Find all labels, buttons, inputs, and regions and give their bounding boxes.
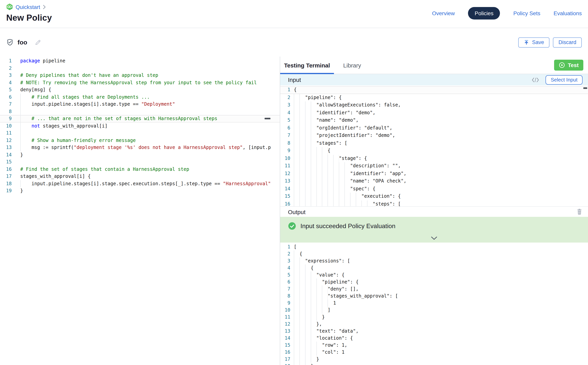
output-section-header: Output	[280, 206, 588, 217]
save-button[interactable]: Save	[519, 37, 550, 47]
toolbar-actions: Save Discard	[519, 37, 582, 47]
clear-output-button[interactable]	[577, 209, 582, 215]
line-number: 8	[280, 293, 290, 300]
discard-button[interactable]: Discard	[553, 37, 582, 47]
testing-terminal-pane: Testing Terminal Library Test Input	[280, 56, 588, 365]
line-number: 11	[280, 162, 290, 170]
shield-check-icon	[6, 39, 14, 46]
code-line-content: "projectIdentifier": "demo",	[294, 132, 588, 140]
code-line: 3# Deny pipelines that don't have an app…	[0, 72, 280, 79]
test-button-label: Test	[568, 62, 579, 68]
code-line: 2	[0, 64, 280, 72]
code-line: 2 "pipeline": {	[280, 94, 588, 101]
line-number: 5	[280, 117, 290, 124]
code-line-content: "text": "data",	[294, 328, 588, 335]
indent-guides	[20, 129, 23, 137]
code-line: 8 "stages_with_approval": [	[280, 293, 588, 300]
code-line: 10 not stages_with_approval[i]	[0, 122, 280, 129]
code-line-content: # Deny pipelines that don't have an appr…	[20, 72, 280, 79]
select-input-button[interactable]: Select Input	[546, 75, 582, 84]
code-line-content: }	[294, 363, 588, 365]
code-line-content: "execution": {	[294, 193, 588, 200]
line-number: 10	[280, 307, 290, 314]
line-number: 1	[280, 243, 290, 250]
nav-tab-overview[interactable]: Overview	[432, 10, 455, 16]
save-button-label: Save	[532, 39, 544, 45]
code-line: 5deny[msg] {	[0, 86, 280, 93]
line-number: 12	[280, 170, 290, 177]
line-number: 16	[280, 349, 290, 356]
code-line: 9 {	[280, 147, 588, 154]
code-line-content: }	[20, 151, 280, 158]
policy-identity: foo	[6, 39, 41, 46]
code-line-content: # Show a human-friendly error message	[20, 137, 280, 144]
line-number: 6	[280, 278, 290, 285]
line-number: 8	[280, 140, 290, 147]
code-line: 17stages_with_approval[i] {	[0, 173, 280, 180]
code-line-content: "value": {	[294, 271, 588, 278]
code-line: 18 input.pipeline.stages[i].stage.spec.e…	[0, 180, 280, 187]
output-json-editor[interactable]: 1[2 {3 "expressions": [4 {5 "value": {6 …	[280, 243, 588, 365]
code-line-content: not stages_with_approval[i]	[20, 122, 280, 129]
nav-tab-policy-sets[interactable]: Policy Sets	[513, 10, 540, 16]
line-number: 17	[280, 356, 290, 363]
breadcrumb-project-link[interactable]: Quickstart	[16, 4, 40, 10]
code-line: 16 "steps": [	[280, 200, 588, 206]
code-line: 15	[0, 158, 280, 166]
overview-cursor-marker	[265, 118, 270, 119]
nav-tab-evaluations[interactable]: Evaluations	[554, 10, 582, 16]
line-number: 15	[280, 342, 290, 349]
code-line: 1package pipeline	[0, 57, 280, 64]
line-number: 3	[0, 72, 12, 79]
code-line-content: package pipeline	[20, 57, 280, 64]
code-line: 15 "row": 1,	[280, 342, 588, 349]
code-line: 6 "pipeline": {	[280, 278, 588, 285]
line-number: 12	[0, 137, 12, 144]
top-nav: Overview Policies Policy Sets Evaluation…	[432, 7, 582, 20]
play-circle-icon	[559, 62, 565, 68]
test-button[interactable]: Test	[554, 60, 583, 70]
line-number: 8	[0, 108, 12, 115]
line-number: 9	[0, 115, 12, 122]
harness-project-icon	[6, 4, 13, 10]
code-line-content: # Find all stages that are Deployments .…	[20, 93, 280, 101]
code-line: 18 }	[280, 363, 588, 365]
tab-library[interactable]: Library	[339, 56, 365, 74]
code-line: 10 ]	[280, 307, 588, 314]
nav-tab-policies[interactable]: Policies	[468, 7, 500, 20]
code-line-content: "name": "demo",	[294, 117, 588, 124]
code-line-content	[20, 158, 280, 166]
input-json-editor[interactable]: 1{2 "pipeline": {3 "allowStageExecutions…	[280, 85, 588, 206]
edit-name-button[interactable]	[34, 39, 41, 46]
code-line-content: input.pipeline.stages[i].stage.spec.exec…	[20, 180, 280, 187]
line-number: 11	[280, 314, 290, 321]
code-icon	[532, 77, 540, 83]
pencil-icon	[34, 39, 41, 46]
code-line: 7 "deny": [],	[280, 285, 588, 293]
code-line: 10 "stage": {	[280, 154, 588, 162]
input-editor-wrap: 1{2 "pipeline": {3 "allowStageExecutions…	[280, 85, 588, 206]
code-line: 14 "spec": {	[280, 185, 588, 193]
code-line: 14 "location": {	[280, 335, 588, 342]
code-line-content: msg := sprintf("deployment stage '%s' do…	[20, 144, 280, 151]
indent-guides	[20, 108, 23, 115]
line-number: 9	[280, 300, 290, 307]
code-line-content: "stages_with_approval": [	[294, 293, 588, 300]
policy-code-editor[interactable]: 1package pipeline23# Deny pipelines that…	[0, 56, 280, 365]
code-view-toggle-button[interactable]	[532, 77, 540, 83]
code-line: 3 "expressions": [	[280, 257, 588, 264]
line-number: 15	[0, 158, 12, 166]
line-number: 16	[0, 166, 12, 173]
code-line: 4 "identifier": "demo",	[280, 109, 588, 117]
line-number: 14	[280, 335, 290, 342]
terminal-tabs: Testing Terminal Library Test	[280, 56, 588, 74]
line-number: 19	[0, 187, 12, 194]
line-number: 1	[0, 57, 12, 64]
tab-testing-terminal[interactable]: Testing Terminal	[280, 56, 334, 74]
code-line-content	[20, 64, 280, 72]
code-line-content: }	[20, 187, 280, 194]
expand-result-button[interactable]	[430, 236, 438, 241]
line-number: 11	[0, 129, 12, 137]
overview-cursor-marker	[583, 87, 587, 89]
line-number: 4	[280, 264, 290, 271]
